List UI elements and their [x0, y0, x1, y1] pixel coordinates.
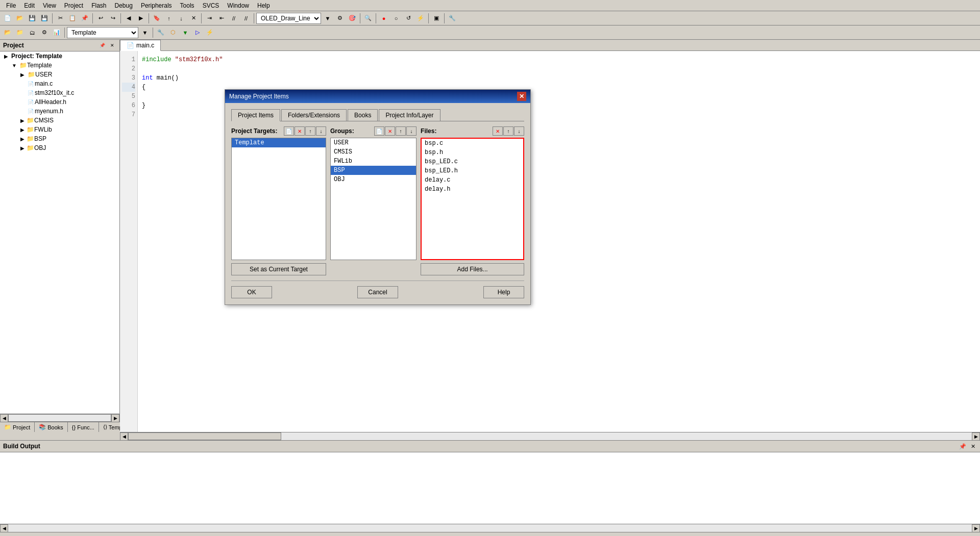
dropdown-arrow[interactable]: ▼ — [322, 13, 333, 24]
ok-btn[interactable]: OK — [231, 286, 272, 298]
t2-multicore-btn[interactable]: ⚡ — [204, 27, 215, 38]
sidebar-close[interactable]: ✕ — [108, 41, 116, 49]
file-bsp-led-h[interactable]: bsp_LED.h — [422, 166, 523, 175]
menu-tools[interactable]: Tools — [176, 1, 199, 10]
config-btn[interactable]: ⚙ — [334, 13, 346, 24]
save-btn[interactable]: 💾 — [27, 13, 38, 24]
tree-allheader[interactable]: 📄 AllHeader.h — [0, 97, 119, 107]
sidebar-scroll-left[interactable]: ◀ — [0, 414, 8, 422]
groups-up-btn[interactable]: ↑ — [396, 126, 406, 136]
groups-down-btn[interactable]: ↓ — [406, 126, 416, 136]
groups-del-btn[interactable]: ✕ — [385, 126, 395, 136]
sidebar-hscroll[interactable] — [8, 414, 111, 422]
t2-debug2-btn[interactable]: ▷ — [192, 27, 203, 38]
debug-btn[interactable]: ⚡ — [415, 13, 426, 24]
dialog-close-btn[interactable]: ✕ — [517, 92, 526, 101]
tree-bsp[interactable]: ▶ 📁 BSP — [0, 134, 119, 143]
t2-btn4[interactable]: ⚙ — [39, 27, 50, 38]
hscroll-track[interactable] — [128, 432, 972, 440]
search-btn[interactable]: 🔍 — [362, 13, 374, 24]
files-up-btn[interactable]: ↑ — [503, 126, 513, 136]
clear-bookmark-btn[interactable]: ✕ — [188, 13, 199, 24]
tree-obj[interactable]: ▶ 📁 OBJ — [0, 143, 119, 152]
file-bsp-c[interactable]: bsp.c — [422, 139, 523, 148]
menu-peripherals[interactable]: Peripherals — [137, 1, 176, 10]
file-bsp-h[interactable]: bsp.h — [422, 148, 523, 157]
tools-btn[interactable]: 🔧 — [447, 13, 458, 24]
set-target-btn[interactable]: Set as Current Target — [231, 263, 326, 275]
tree-mainc[interactable]: 📄 main.c — [0, 79, 119, 88]
target-item-template[interactable]: Template — [232, 138, 326, 147]
targets-new-btn[interactable]: 📄 — [284, 126, 294, 136]
paste-btn[interactable]: 📌 — [79, 13, 90, 24]
menu-window[interactable]: Window — [223, 1, 253, 10]
files-del-btn[interactable]: ✕ — [493, 126, 503, 136]
sidebar-scroll-right[interactable]: ▶ — [111, 414, 119, 422]
group-user[interactable]: USER — [331, 138, 416, 147]
reset-btn[interactable]: ↺ — [403, 13, 414, 24]
dialog-tab-items[interactable]: Project Items — [231, 109, 280, 121]
dialog-tab-books[interactable]: Books — [348, 109, 378, 121]
project-dropdown[interactable]: OLED_Draw_Line — [256, 13, 321, 24]
groups-new-btn[interactable]: 📄 — [374, 126, 384, 136]
menu-project[interactable]: Project — [60, 1, 87, 10]
add-files-btn[interactable]: Add Files... — [421, 263, 524, 275]
t2-flash-btn[interactable]: ▼ — [180, 27, 191, 38]
menu-file[interactable]: File — [2, 1, 20, 10]
stop-btn[interactable]: ○ — [390, 13, 402, 24]
tree-root[interactable]: ▶ Project: Template — [0, 52, 119, 61]
file-bsp-led-c[interactable]: bsp_LED.c — [422, 157, 523, 166]
file-delay-c[interactable]: delay.c — [422, 175, 523, 185]
t2-btn1[interactable]: 📂 — [2, 27, 13, 38]
bottom-hscroll-left[interactable]: ◀ — [0, 524, 8, 532]
nav-back-btn[interactable]: ◀ — [123, 13, 134, 24]
run-btn[interactable]: ● — [378, 13, 389, 24]
copy-btn[interactable]: 📋 — [67, 13, 78, 24]
hscroll-left[interactable]: ◀ — [120, 432, 128, 441]
tree-stm32c[interactable]: 📄 stm32f10x_it.c — [0, 88, 119, 97]
tree-myenum[interactable]: 📄 myenum.h — [0, 107, 119, 116]
dialog-tab-info[interactable]: Project Info/Layer — [379, 109, 440, 121]
menu-debug[interactable]: Debug — [111, 1, 137, 10]
menu-edit[interactable]: Edit — [20, 1, 39, 10]
bottom-close[interactable]: ✕ — [969, 442, 977, 450]
tree-cmsis[interactable]: ▶ 📁 CMSIS — [0, 116, 119, 125]
group-bsp[interactable]: BSP — [331, 166, 416, 175]
dialog-tab-folders[interactable]: Folders/Extensions — [281, 109, 347, 121]
hscroll-thumb[interactable] — [128, 432, 281, 440]
tree-fwlib[interactable]: ▶ 📁 FWLib — [0, 125, 119, 134]
file-delay-h[interactable]: delay.h — [422, 185, 523, 194]
bottom-hscroll-right[interactable]: ▶ — [972, 524, 980, 532]
cut-btn[interactable]: ✂ — [55, 13, 66, 24]
comment-btn[interactable]: // — [228, 13, 239, 24]
group-obj[interactable]: OBJ — [331, 175, 416, 184]
files-down-btn[interactable]: ↓ — [514, 126, 524, 136]
group-cmsis[interactable]: CMSIS — [331, 147, 416, 157]
t2-btn3[interactable]: 🗂 — [27, 27, 38, 38]
sidebar-tab-books[interactable]: 📚 Books — [35, 422, 68, 432]
target-btn[interactable]: 🎯 — [347, 13, 358, 24]
group-fwlib[interactable]: FWLib — [331, 157, 416, 166]
undo-btn[interactable]: ↩ — [95, 13, 106, 24]
new-btn[interactable]: 📄 — [2, 13, 13, 24]
sidebar-tab-project[interactable]: 📁 Project — [0, 422, 35, 432]
sidebar-pin[interactable]: 📌 — [98, 41, 106, 49]
next-bookmark-btn[interactable]: ↓ — [176, 13, 187, 24]
menu-flash[interactable]: Flash — [87, 1, 110, 10]
bottom-pin[interactable]: 📌 — [959, 442, 967, 450]
menu-svcs[interactable]: SVCS — [199, 1, 224, 10]
window-btn[interactable]: ▣ — [431, 13, 442, 24]
open-btn[interactable]: 📂 — [14, 13, 26, 24]
indent-btn[interactable]: ⇥ — [204, 13, 215, 24]
sidebar-tab-func[interactable]: {} Func... — [68, 422, 99, 432]
redo-btn[interactable]: ↪ — [107, 13, 118, 24]
editor-tab-mainc[interactable]: 📄 main.c — [120, 40, 161, 51]
prev-bookmark-btn[interactable]: ↑ — [163, 13, 175, 24]
tree-user-folder[interactable]: ▶ 📁 USER — [0, 70, 119, 79]
t2-btn2[interactable]: 📁 — [14, 27, 26, 38]
targets-up-btn[interactable]: ↑ — [305, 126, 315, 136]
bookmark-btn[interactable]: 🔖 — [151, 13, 162, 24]
nav-fwd-btn[interactable]: ▶ — [135, 13, 146, 24]
t2-btn5[interactable]: 📊 — [51, 27, 62, 38]
tree-template-folder[interactable]: ▼ 📁 Template — [0, 61, 119, 70]
